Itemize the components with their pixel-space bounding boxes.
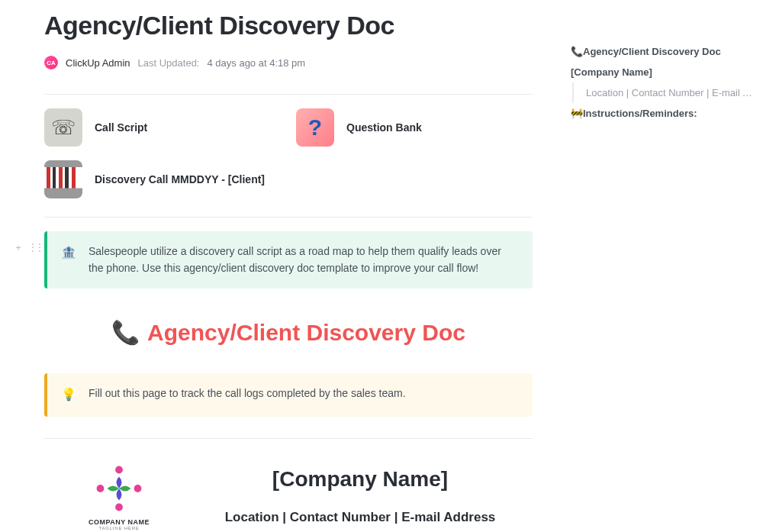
svg-point-0: [115, 466, 123, 474]
divider: [44, 217, 533, 218]
phone-icon: 📞: [111, 319, 140, 346]
intro-callout[interactable]: 🏦 Salespeople utilize a discovery call s…: [44, 231, 533, 289]
subpage-label: Question Bank: [346, 121, 422, 134]
bulb-icon: 💡: [61, 385, 76, 405]
outline-label: Instructions/Reminders:: [583, 108, 697, 119]
subpage-discovery-call[interactable]: Discovery Call MMDDYY - [Client]: [44, 160, 273, 198]
updated-label: Last Updated:: [138, 57, 200, 69]
block-gutter: +: [12, 241, 41, 253]
question-icon: ?: [296, 108, 334, 147]
document-main: Agency/Client Discovery Doc CA ClickUp A…: [44, 11, 533, 530]
author-avatar[interactable]: CA: [44, 56, 58, 69]
doc-heading[interactable]: 📞 Agency/Client Discovery Doc: [44, 319, 533, 346]
company-logo: COMPANY NAME TAGLINE HERE: [73, 462, 165, 530]
phone-cord-icon: ☏: [44, 108, 82, 147]
racecar-icon: [44, 160, 82, 198]
svg-point-3: [97, 485, 105, 492]
tip-callout[interactable]: 💡 Fill out this page to track the call l…: [44, 373, 533, 417]
page-title[interactable]: Agency/Client Discovery Doc: [44, 11, 533, 40]
outline-item[interactable]: [Company Name]: [571, 62, 754, 82]
logo-tagline: TAGLINE HERE: [73, 526, 165, 530]
subpage-label: Discovery Call MMDDYY - [Client]: [95, 173, 265, 185]
subpages-grid: ☏ Call Script ? Question Bank Discovery …: [44, 108, 533, 198]
bank-icon: 🏦: [61, 243, 76, 276]
company-text: [Company Name] Location | Contact Number…: [188, 467, 533, 525]
svg-point-1: [134, 485, 142, 492]
callout-text: Salespeople utilize a discovery call scr…: [89, 243, 519, 276]
phone-icon: 📞: [571, 46, 583, 57]
logo-text: COMPANY NAME: [73, 518, 165, 526]
outline-label: Location | Contact Number | E-mail A...: [586, 87, 754, 98]
subpage-label: Call Script: [95, 121, 147, 134]
outline-label: Agency/Client Discovery Doc: [583, 46, 721, 57]
outline-item[interactable]: 📞Agency/Client Discovery Doc: [571, 41, 754, 62]
divider: [44, 438, 533, 439]
construction-icon: 🚧: [571, 108, 583, 119]
callout-text: Fill out this page to track the call log…: [89, 385, 406, 405]
outline-item[interactable]: Location | Contact Number | E-mail A...: [572, 82, 754, 103]
outline-item[interactable]: 🚧Instructions/Reminders:: [571, 103, 754, 124]
outline-sidebar: 📞Agency/Client Discovery Doc [Company Na…: [571, 41, 754, 124]
byline: CA ClickUp Admin Last Updated: 4 days ag…: [44, 56, 533, 69]
company-name[interactable]: [Company Name]: [188, 467, 533, 492]
add-block-button[interactable]: +: [12, 241, 24, 253]
divider: [44, 94, 533, 95]
logo-icon: [92, 462, 146, 515]
svg-point-2: [115, 504, 123, 511]
heading-text: Agency/Client Discovery Doc: [147, 320, 465, 346]
subpage-question-bank[interactable]: ? Question Bank: [296, 108, 525, 147]
company-subline[interactable]: Location | Contact Number | E-mail Addre…: [188, 510, 533, 525]
subpage-call-script[interactable]: ☏ Call Script: [44, 108, 273, 147]
drag-handle[interactable]: [29, 241, 41, 253]
outline-label: [Company Name]: [571, 66, 652, 78]
company-block[interactable]: COMPANY NAME TAGLINE HERE [Company Name]…: [44, 462, 533, 530]
author-name[interactable]: ClickUp Admin: [66, 57, 130, 69]
updated-value: 4 days ago at 4:18 pm: [207, 57, 305, 69]
